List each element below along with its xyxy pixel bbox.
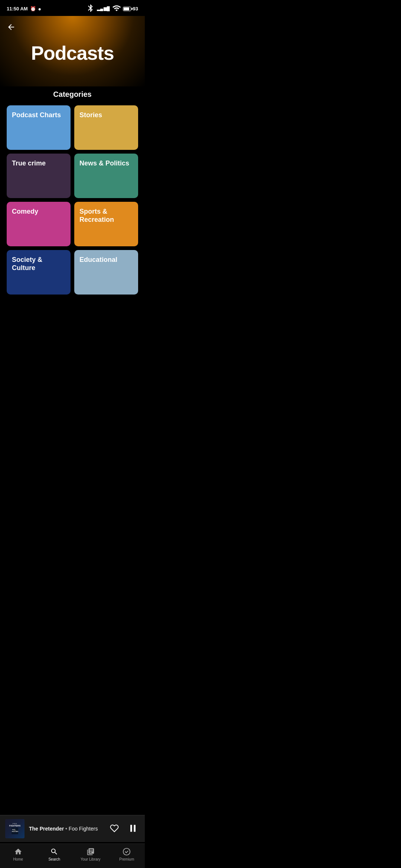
category-label-society-culture: Society & Culture <box>12 256 65 272</box>
category-card-society-culture[interactable]: Society & Culture <box>7 250 71 295</box>
categories-grid: Podcast ChartsStoriesTrue crimeNews & Po… <box>7 105 138 295</box>
category-label-true-crime: True crime <box>12 160 46 168</box>
categories-heading: Categories <box>7 86 138 99</box>
category-card-podcast-charts[interactable]: Podcast Charts <box>7 105 71 150</box>
category-label-podcast-charts: Podcast Charts <box>12 111 61 119</box>
categories-section: Categories Podcast ChartsStoriesTrue cri… <box>0 86 145 354</box>
category-card-true-crime[interactable]: True crime <box>7 154 71 198</box>
wifi-icon <box>112 4 121 14</box>
battery-percent: 93 <box>133 6 138 11</box>
time: 11:50 AM <box>7 6 28 11</box>
category-label-educational: Educational <box>79 256 117 264</box>
alarm-icon: ⏰ <box>30 6 36 11</box>
status-left: 11:50 AM ⏰ ● <box>7 6 41 12</box>
category-card-comedy[interactable]: Comedy <box>7 202 71 246</box>
signal-icon: ▂▄▆█ <box>97 6 110 11</box>
category-label-comedy: Comedy <box>12 208 38 216</box>
status-bar: 11:50 AM ⏰ ● ▂▄▆█ 93 <box>0 0 145 16</box>
page-title: Podcasts <box>0 34 145 75</box>
status-right: ▂▄▆█ 93 <box>86 4 138 14</box>
category-card-sports-recreation[interactable]: Sports & Recreation <box>74 202 138 246</box>
category-card-stories[interactable]: Stories <box>74 105 138 150</box>
header-area: Podcasts <box>0 16 145 86</box>
category-label-stories: Stories <box>79 111 102 119</box>
category-label-news-politics: News & Politics <box>79 160 129 168</box>
category-card-news-politics[interactable]: News & Politics <box>74 154 138 198</box>
category-label-sports-recreation: Sports & Recreation <box>79 208 133 224</box>
bluetooth-icon <box>86 4 95 14</box>
category-card-educational[interactable]: Educational <box>74 250 138 295</box>
battery-icon <box>123 7 131 11</box>
spotify-status-icon: ● <box>38 6 41 12</box>
back-button[interactable] <box>0 20 22 34</box>
